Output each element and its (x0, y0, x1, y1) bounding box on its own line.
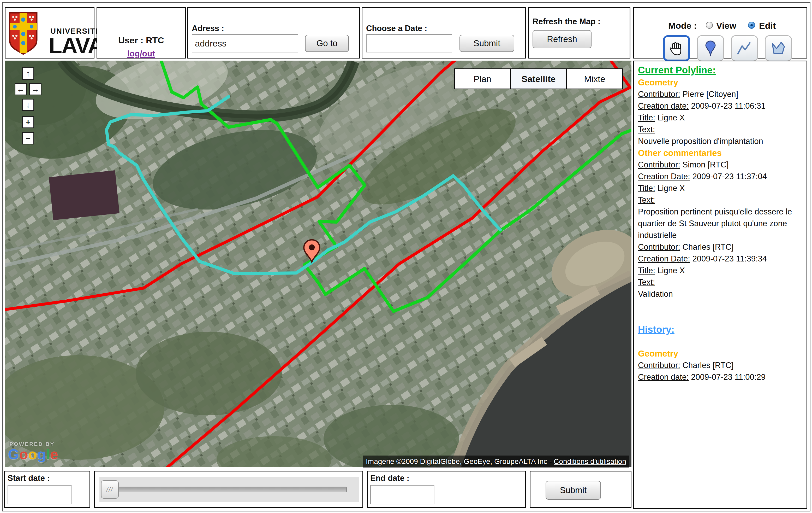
field-label: Creation date: (638, 373, 689, 382)
sidebar-line: Creation date: 2009-07-23 11:00:29 (638, 371, 802, 383)
arrow-down-icon: ↓ (26, 100, 30, 110)
field-value: 2009-07-23 11:37:04 (690, 172, 767, 181)
mode-edit-radio[interactable] (748, 22, 755, 29)
field-value: 2009-07-23 11:39:34 (690, 254, 767, 263)
polyline-icon (736, 41, 753, 56)
start-date-input[interactable] (7, 485, 72, 504)
hand-icon (669, 40, 685, 56)
map-canvas[interactable] (5, 61, 632, 467)
field-label: Title: (638, 184, 655, 193)
sidebar-line: Creation Date: 2009-07-23 11:39:34 (638, 253, 802, 265)
field-value: Simon [RTC] (680, 160, 728, 169)
footer-submit-panel: Submit (530, 471, 632, 508)
arrow-left-icon: ← (17, 85, 25, 94)
sidebar-line: Text: (638, 276, 802, 288)
marker-icon (703, 40, 718, 57)
field-label: Contributor: (638, 361, 680, 370)
slider-track[interactable] (106, 487, 347, 492)
zoom-out-button[interactable]: − (22, 132, 34, 144)
slider-handle[interactable]: /// (101, 480, 119, 498)
arrow-up-icon: ↑ (26, 69, 30, 78)
address-input[interactable] (192, 34, 298, 53)
sidebar-line: Current Polyline: (638, 64, 802, 77)
field-label: Contributor: (638, 160, 680, 169)
field-label: Text: (638, 278, 655, 287)
polyline-tool-button[interactable] (731, 35, 758, 61)
polygon-icon (770, 41, 786, 56)
sidebar-line: Contributor: Charles [RTC] (638, 359, 802, 371)
goto-button[interactable]: Go to (305, 35, 349, 52)
field-label: Creation date: (638, 101, 689, 110)
sidebar-line: Text: (638, 124, 802, 135)
sidebar-line: Contributor: Charles [RTC] (638, 241, 802, 253)
map-type-mixte-button[interactable]: Mixte (566, 69, 623, 89)
choose-date-panel: Choose a Date : Submit (361, 7, 526, 58)
terms-link[interactable]: Conditions d'utilisation (554, 457, 626, 466)
polyline-info-sidebar: Current Polyline:GeometryContributor: Pi… (633, 61, 807, 509)
choose-date-submit-button[interactable]: Submit (460, 35, 514, 52)
field-value: Ligne X (655, 266, 685, 275)
sidebar-line: Title: Ligne X (638, 112, 802, 124)
start-date-panel: Start date : (4, 471, 90, 508)
sidebar-line: History: (638, 323, 802, 336)
sidebar-line: Title: Ligne X (638, 265, 802, 276)
zoom-in-button[interactable]: + (22, 116, 34, 128)
refresh-panel: Refresh the Map : Refresh (528, 7, 630, 58)
sidebar-line: Contributor: Pierre [Citoyen] (638, 88, 802, 100)
address-panel: Adress : Go to (187, 7, 360, 58)
minus-icon: − (26, 134, 30, 143)
time-slider: /// (99, 477, 359, 502)
refresh-label: Refresh the Map : (532, 17, 600, 26)
map-type-satellite-button[interactable]: Satellite (510, 69, 567, 89)
end-date-input[interactable] (370, 485, 434, 504)
sidebar-line (638, 300, 802, 312)
field-label: Text: (638, 125, 655, 134)
end-date-panel: End date : (367, 471, 526, 508)
sidebar-line: Validation (638, 288, 802, 300)
map-type-plan-button[interactable]: Plan (454, 69, 511, 89)
google-logo: Google (8, 446, 58, 463)
map-attribution: Imagerie ©2009 DigitalGlobe, GeoEye, Gro… (363, 456, 629, 467)
mode-view-radio[interactable] (706, 22, 713, 29)
hand-tool-button[interactable] (663, 35, 690, 61)
footer-submit-button[interactable]: Submit (546, 481, 601, 500)
attribution-text: Imagerie ©2009 DigitalGlobe, GeoEye, Gro… (366, 457, 552, 466)
user-panel: User : RTC log/out (96, 7, 186, 58)
pan-left-button[interactable]: ← (14, 83, 27, 95)
address-label: Adress : (192, 24, 224, 33)
refresh-button[interactable]: Refresh (532, 30, 591, 48)
pan-up-button[interactable]: ↑ (22, 68, 34, 80)
sidebar-line: Geometry (638, 77, 802, 88)
field-value: 2009-07-23 11:06:31 (689, 101, 765, 110)
sidebar-line: Creation Date: 2009-07-23 11:37:04 (638, 170, 802, 182)
plus-icon: + (26, 117, 30, 127)
sidebar-line: Proposition pertinent puisqu'elle desser… (638, 206, 802, 241)
sidebar-line: Text: (638, 194, 802, 206)
arrow-right-icon: → (31, 85, 39, 94)
start-date-label: Start date : (7, 474, 50, 483)
mode-view-label: View (716, 21, 736, 31)
sidebar-line: Title: Ligne X (638, 182, 802, 194)
polygon-tool-button[interactable] (765, 35, 792, 61)
pan-right-button[interactable]: → (29, 83, 41, 95)
logout-link[interactable]: log/out (97, 49, 185, 58)
field-label: Contributor: (638, 89, 680, 99)
choose-date-input[interactable] (366, 34, 452, 53)
pan-down-button[interactable]: ↓ (22, 99, 34, 111)
university-laval-crest-icon (9, 12, 38, 55)
field-value: Ligne X (655, 184, 685, 193)
mode-label: Mode : (668, 21, 697, 31)
logo-panel: UNIVERSITÉ LAVAL (5, 7, 94, 58)
sidebar-line: Other commentaries (638, 147, 802, 159)
field-label: Contributor: (638, 242, 680, 251)
field-label: Title: (638, 266, 655, 275)
end-date-label: End date : (370, 474, 409, 483)
field-value: Pierre [Citoyen] (680, 89, 738, 99)
field-value: Charles [RTC] (680, 242, 733, 251)
choose-date-label: Choose a Date : (366, 24, 427, 33)
marker-tool-button[interactable] (697, 35, 724, 61)
field-value: 2009-07-23 11:00:29 (689, 373, 765, 382)
field-value: Charles [RTC] (680, 361, 733, 370)
sidebar-line: Creation date: 2009-07-23 11:06:31 (638, 100, 802, 112)
field-label: Creation Date: (638, 172, 690, 181)
